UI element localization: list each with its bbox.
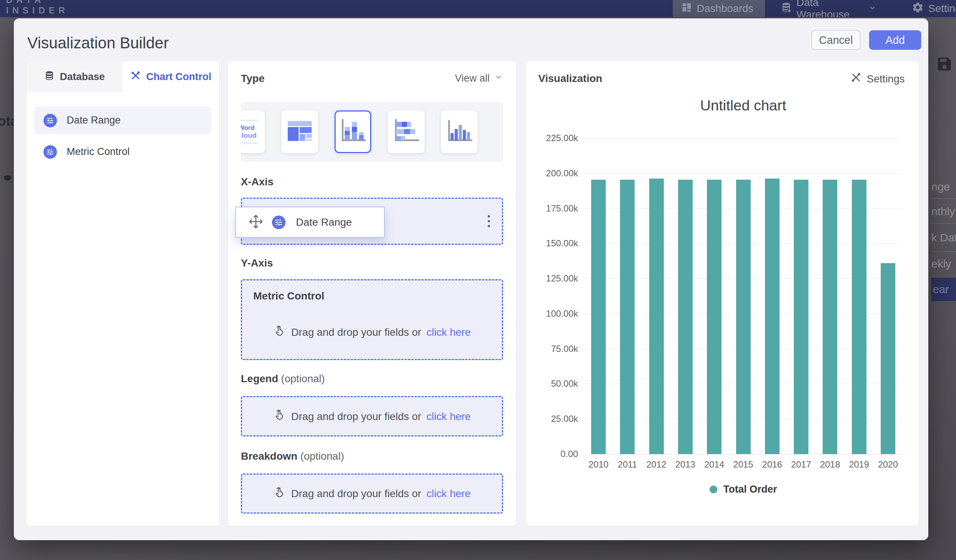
- divider: [931, 223, 956, 223]
- kebab-menu-icon[interactable]: [486, 213, 492, 229]
- bar-2014: [707, 180, 722, 454]
- tap-hand-icon: [273, 486, 286, 501]
- divider: [931, 251, 956, 252]
- gridline: [584, 454, 903, 455]
- y-axis-tick-label: 150.00k: [526, 238, 578, 249]
- y-axis-tick-label: 200.00k: [526, 168, 578, 179]
- x-axis-tick-label: 2010: [584, 459, 613, 470]
- background-menu-item: nge: [931, 180, 950, 193]
- x-axis-tick-label: 2017: [787, 459, 816, 470]
- chart-type-column[interactable]: [441, 110, 478, 153]
- nav-item-label: Data Warehouse: [796, 0, 864, 17]
- tap-hand-icon: [273, 409, 286, 424]
- add-button[interactable]: Add: [869, 30, 921, 50]
- y-axis-tick-label: 0.00: [526, 449, 578, 459]
- tab-database[interactable]: Database: [26, 61, 123, 93]
- field-item-metric-control[interactable]: Metric Control: [35, 138, 211, 165]
- view-all-label: View all: [455, 73, 490, 84]
- type-section-heading: Type: [241, 73, 264, 85]
- cancel-button[interactable]: Cancel: [811, 30, 860, 50]
- field-label: Metric Control: [67, 146, 130, 158]
- gridline: [584, 138, 903, 138]
- x-axis-tick-label: 2019: [844, 459, 873, 470]
- background-bullet-dot: [4, 175, 11, 180]
- chart-type-treemap[interactable]: [281, 110, 318, 153]
- dashboard-grid-icon: [681, 2, 692, 16]
- bar-2020: [881, 263, 895, 454]
- tune-sliders-icon: [44, 145, 57, 159]
- chart-legend[interactable]: Total Order: [584, 484, 903, 495]
- date-range-drag-chip[interactable]: Date Range: [235, 207, 385, 238]
- background-menu-item: ekly: [931, 257, 951, 270]
- gear-icon: [912, 2, 924, 16]
- floppy-save-icon: [936, 55, 953, 74]
- tab-label: Chart Control: [146, 71, 211, 83]
- top-nav: DATAINSIDER Dashboards Data Warehouse Se…: [0, 0, 956, 17]
- nav-item-label: Dashboards: [697, 3, 753, 15]
- stacked-bar-icon: [391, 118, 421, 146]
- chart-type-stacked-column[interactable]: [335, 110, 371, 153]
- nav-item-data-warehouse[interactable]: Data Warehouse: [772, 0, 885, 17]
- tap-hand-icon: [273, 325, 286, 340]
- tune-sliders-icon: [44, 114, 57, 127]
- y-axis-placeholder-title: Metric Control: [253, 290, 324, 302]
- chevron-down-icon: [868, 3, 877, 15]
- drop-hint: Drag and drop your fields or click here: [242, 325, 502, 340]
- fields-panel: Database Chart Control Date Range: [26, 61, 219, 526]
- legend-heading: Legend (optional): [241, 373, 325, 385]
- nav-item-dashboards[interactable]: Dashboards: [673, 0, 765, 17]
- x-axis-tick-label: 2013: [671, 459, 700, 470]
- bar-2018: [822, 180, 837, 454]
- builder-panel: Type View all keyword analytics Word Clo…: [228, 61, 516, 526]
- chart-type-strip[interactable]: keyword analytics Word Cloud cloud terms…: [241, 102, 503, 162]
- y-axis-tick-label: 25.00k: [526, 414, 578, 424]
- database-icon: [44, 71, 55, 83]
- y-axis-tick-label: 125.00k: [526, 273, 578, 284]
- y-axis-heading: Y-Axis: [241, 257, 273, 269]
- chart-type-word-cloud[interactable]: keyword analytics Word Cloud cloud terms…: [241, 110, 265, 153]
- chevron-down-icon: [494, 73, 503, 84]
- breakdown-drop-zone[interactable]: Drag and drop your fields or click here: [241, 474, 503, 514]
- chart-type-stacked-bar[interactable]: [388, 110, 425, 153]
- x-axis-tick-label: 2018: [816, 459, 844, 470]
- background-menu-item: k Date: [931, 231, 956, 244]
- y-axis-tick-label: 75.00k: [526, 344, 578, 354]
- click-here-link[interactable]: click here: [426, 488, 470, 500]
- drop-hint-text: Drag and drop your fields or: [291, 326, 421, 339]
- bar-2019: [852, 180, 866, 454]
- y-axis-drop-zone[interactable]: Metric Control Drag and drop your fields…: [241, 279, 503, 360]
- bar-2012: [649, 179, 664, 454]
- database-icon: [781, 2, 792, 16]
- tab-label: Database: [60, 71, 105, 83]
- app-logo: DATAINSIDER: [6, 0, 69, 16]
- divider: [931, 198, 956, 199]
- bar-2016: [765, 179, 780, 454]
- legend-series-label: Total Order: [723, 484, 777, 495]
- bar-2011: [620, 180, 635, 454]
- visualization-panel: Visualization Settings Untitled chart 0.…: [526, 61, 919, 526]
- legend-drop-zone[interactable]: Drag and drop your fields or click here: [241, 396, 503, 436]
- bar-2017: [794, 180, 808, 454]
- breakdown-heading: Breakdown (optional): [241, 450, 344, 462]
- bar-2013: [678, 180, 693, 454]
- visualization-builder-modal: Visualization Builder Cancel Add Databas…: [14, 18, 928, 540]
- x-axis-tick-label: 2011: [613, 459, 642, 470]
- chart-plot: 0.0025.00k50.00k75.00k100.00k125.00k150.…: [526, 61, 919, 526]
- nav-item-settings[interactable]: Settings: [904, 0, 956, 17]
- tune-sliders-icon: [272, 216, 285, 229]
- x-axis-tick-label: 2016: [758, 459, 787, 470]
- move-icon: [248, 214, 264, 231]
- screen: DATAINSIDER Dashboards Data Warehouse Se…: [0, 0, 956, 560]
- field-label: Date Range: [67, 115, 121, 126]
- click-here-link[interactable]: click here: [426, 410, 470, 422]
- click-here-link[interactable]: click here: [426, 326, 470, 339]
- view-all-dropdown[interactable]: View all: [455, 73, 503, 84]
- stacked-column-icon: [338, 118, 368, 146]
- column-chart-icon: [444, 118, 475, 146]
- x-axis-tick-label: 2012: [642, 459, 671, 470]
- y-axis-tick-label: 100.00k: [526, 309, 578, 319]
- drop-hint-text: Drag and drop your fields or: [291, 410, 421, 422]
- x-axis-tick-label: 2014: [700, 459, 729, 470]
- tab-chart-control[interactable]: Chart Control: [123, 61, 220, 93]
- field-item-date-range[interactable]: Date Range: [35, 107, 211, 134]
